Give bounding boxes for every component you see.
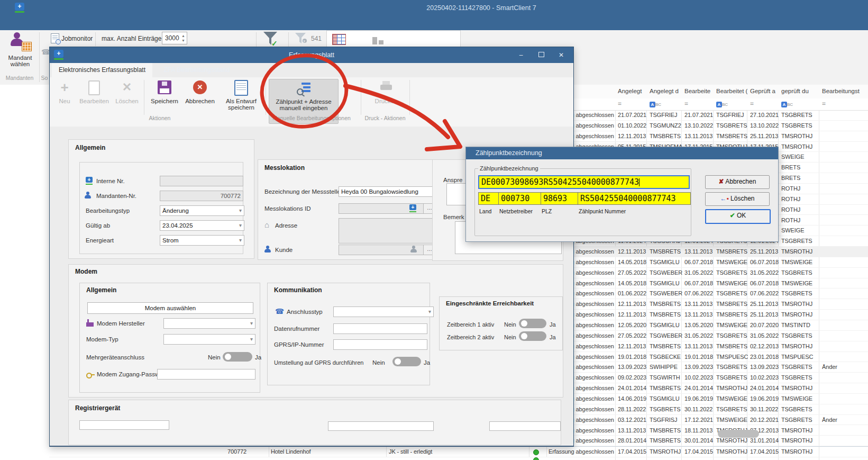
adresse-field[interactable] — [339, 218, 439, 243]
cell: SWIHIPPE — [650, 362, 682, 372]
speichern-button[interactable]: Speichern — [148, 79, 181, 104]
land-input[interactable]: DE — [478, 192, 500, 205]
column-header[interactable]: Bearbeite — [684, 88, 714, 94]
tab-elektronisches-erfassungsblatt[interactable]: Elektronisches Erfassungsblatt — [52, 63, 152, 77]
modem-typ-select[interactable] — [163, 334, 255, 345]
energieart-select[interactable]: Strom — [160, 235, 244, 246]
mandant-icon — [11, 32, 32, 51]
minimize-button[interactable]: – — [511, 47, 531, 63]
zaehlpunkt-full-input[interactable]: DE00073098693RS504255040000877743 — [478, 175, 690, 189]
modem-passwort-field[interactable] — [157, 369, 255, 380]
cell: TMSROTHJ — [650, 447, 682, 457]
cell: TSGWEBER — [650, 331, 682, 341]
netzbetreiber-label: Netzbetreiber — [499, 208, 533, 214]
filter-clear-icon[interactable]: x — [295, 32, 308, 46]
abbrechen-button[interactable]: ✕ Abbrechen — [183, 79, 217, 104]
filter-abc-icon[interactable]: ABC — [650, 100, 682, 107]
mandant-waehlen-button[interactable]: Mandant wählen — [3, 31, 37, 82]
modem-hersteller-select[interactable] — [163, 318, 255, 329]
tab-zfa-bearbeitungsstand[interactable]: ZFA Bearbeitungsstand — [154, 63, 239, 77]
anschlusstyp-label: Anschlusstyp — [287, 309, 323, 315]
geprueft-durch-cell: ROTHJ — [781, 194, 819, 204]
grid-view-icon[interactable] — [332, 34, 346, 45]
filter-abc-icon[interactable]: ABC — [716, 100, 748, 107]
table-row[interactable]: Erfassung abgeschlossen17.04.2015TMSROTH… — [49, 446, 868, 457]
gprs-ip-nummer-label: GPRS/IP-Nummer — [274, 341, 324, 348]
mandanten-nr-field[interactable]: 700772 — [160, 191, 243, 201]
main-tab-row: Allgemein Baum Status/Info — [0, 16, 868, 30]
datenrufnummer-field[interactable] — [333, 323, 427, 334]
zp-ok-button[interactable]: ✔ OK — [705, 209, 771, 224]
gprs-ip-nummer-field[interactable] — [333, 339, 427, 350]
toolbar-separator — [266, 80, 266, 115]
anschlusstyp-select[interactable] — [333, 306, 434, 317]
bezeichnung-field[interactable]: Heyda 00 Bungalowsiedlung — [339, 186, 439, 197]
group-label-aktionen: Aktionen — [54, 115, 266, 122]
group-label-manuelle-bearbeitungsoptionen: Manuelle Bearbeitungsoptionen — [263, 115, 360, 122]
cell: 24.01.2014 — [684, 383, 714, 393]
bearbeiten-button[interactable]: Bearbeiten — [77, 79, 111, 104]
netzbetreiber-input[interactable]: 000730 — [498, 192, 543, 205]
mehrgeraeteanschluss-label: Mehrgeräteanschluss — [86, 354, 144, 360]
layout-panel — [326, 30, 461, 48]
cell: TSGBRETS — [781, 121, 819, 131]
column-header[interactable]: Bearbeitungst — [822, 88, 867, 94]
column-separator — [546, 447, 547, 457]
plz-input[interactable]: 98693 — [541, 192, 580, 205]
cell: 19.01.2018 — [684, 352, 714, 362]
filter-equals-icon[interactable]: = — [750, 100, 780, 107]
bearbeitungstyp-select[interactable]: Änderung — [160, 205, 244, 216]
bearbeitungsvermerk-cell: JK - still - erledigt — [389, 447, 495, 457]
horizontal-scrollbar-thumb[interactable] — [718, 430, 759, 438]
jobmonitor-label[interactable]: Jobmonitor — [61, 35, 93, 42]
cell — [822, 288, 867, 299]
cell: 13.10.2022 — [684, 121, 714, 131]
umstellung-gprs-toggle[interactable] — [392, 357, 421, 366]
loeschen-button[interactable]: ✕ Löschen — [113, 79, 141, 104]
filter-apply-icon[interactable]: ✓ — [263, 31, 281, 48]
modem-auswaehlen-button[interactable]: Modem auswählen — [87, 302, 253, 314]
geprueft-durch-cell: SWEIGE — [781, 152, 819, 162]
filter-equals-icon[interactable]: = — [822, 100, 867, 107]
filter-abc-icon[interactable]: ABC — [781, 100, 819, 107]
cell: 17.04.2015 — [618, 447, 647, 457]
interne-nr-field[interactable] — [160, 176, 243, 186]
registriergeraet-field[interactable] — [489, 421, 561, 431]
column-header[interactable]: Angelegt d — [650, 88, 682, 94]
messlokations-id-add-icon[interactable] — [409, 204, 416, 212]
filter-equals-icon[interactable]: = — [618, 100, 647, 107]
kunde-lookup-icon[interactable] — [410, 246, 417, 252]
column-header[interactable]: Bearbeitet ( — [716, 88, 748, 94]
cell — [822, 142, 867, 152]
stepper-down-icon[interactable]: ▼ — [181, 39, 185, 42]
column-header[interactable]: Angelegt — [618, 88, 647, 94]
hersteller-icon — [86, 319, 94, 327]
zaehlpunkt-nummer-input[interactable]: RS504255040000877743 — [578, 192, 691, 205]
filter-equals-icon[interactable]: = — [684, 100, 714, 107]
close-button[interactable]: ✕ — [551, 47, 571, 63]
draft-icon — [234, 80, 248, 96]
gueltig-ab-datepicker[interactable]: 23.04.2025 — [160, 220, 244, 231]
mehrgeraeteanschluss-toggle[interactable] — [223, 352, 252, 362]
max-entries-stepper[interactable]: 3000 ▲ ▼ — [162, 32, 187, 44]
cell: TSGWIRTH — [650, 373, 682, 383]
max-entries-label: max. Anzahl Einträge — [102, 35, 161, 42]
zp-abbrechen-button[interactable]: ✘ Abbrechen — [705, 175, 770, 189]
cell: 10.02.2023 — [684, 373, 714, 383]
zp-loeschen-button[interactable]: ←▪ Löschen — [705, 192, 770, 206]
interne-nr-label: Interne Nr. — [96, 178, 125, 184]
registriergeraet-field[interactable] — [79, 420, 169, 430]
registriergeraet-field[interactable] — [328, 421, 434, 431]
neu-button[interactable]: + Neu — [54, 79, 75, 104]
cell: 31.05.2022 — [684, 268, 714, 278]
zeitbereich1-toggle[interactable] — [519, 319, 546, 328]
maximize-button[interactable] — [531, 47, 551, 63]
drucken-button[interactable]: Drucken — [367, 79, 405, 104]
column-header[interactable]: geprüft du — [781, 88, 819, 94]
cell: TSGWEBER — [650, 288, 682, 299]
column-header[interactable]: Geprüft a — [750, 88, 780, 94]
status-cell: Erfassung abgeschlossen — [549, 447, 615, 457]
zeitbereich2-toggle[interactable] — [519, 331, 546, 341]
als-entwurf-speichern-button[interactable]: Als Entwurf speichern — [219, 79, 263, 111]
stepper-up-icon[interactable]: ▲ — [181, 34, 185, 38]
